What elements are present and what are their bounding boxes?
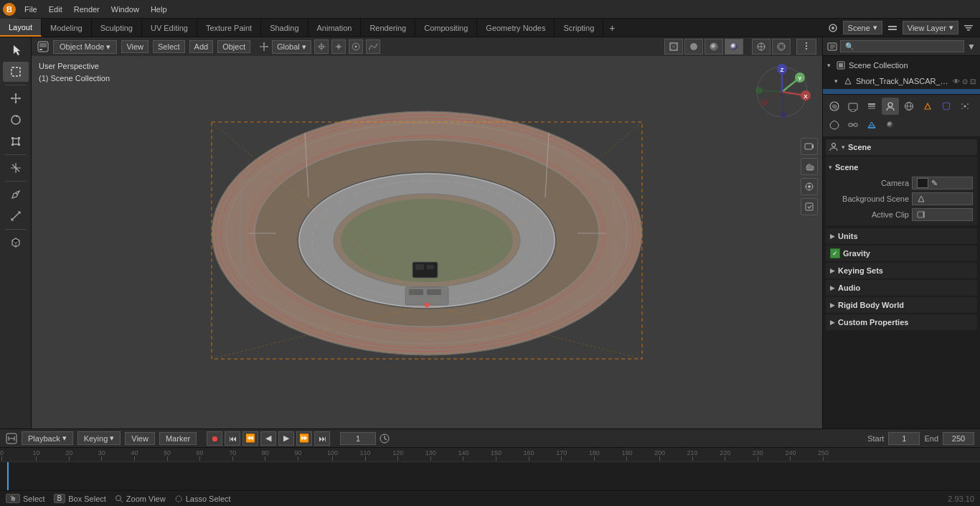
transform-tool[interactable] bbox=[3, 158, 29, 178]
select-tool[interactable] bbox=[3, 62, 29, 82]
editor-type-icon[interactable] bbox=[37, 41, 49, 52]
snap-icon[interactable] bbox=[331, 39, 346, 54]
menu-edit[interactable]: Edit bbox=[43, 0, 68, 18]
tab-shading[interactable]: Shading bbox=[261, 19, 308, 37]
annotate-tool[interactable] bbox=[3, 184, 29, 205]
view-layer-selector[interactable]: View Layer ▾ bbox=[903, 21, 958, 34]
active-clip-value-btn[interactable] bbox=[912, 208, 973, 221]
keying-sets-header[interactable]: ▶ Keying Sets bbox=[826, 263, 977, 278]
add-cube-tool[interactable] bbox=[3, 233, 29, 253]
shading-wireframe-btn[interactable] bbox=[664, 39, 683, 55]
viewport[interactable]: Object Mode ▾ View Select Add Object Glo… bbox=[32, 37, 822, 428]
prop-tab-object[interactable] bbox=[919, 98, 936, 115]
scale-tool[interactable] bbox=[3, 131, 29, 151]
tab-scripting[interactable]: Scripting bbox=[555, 19, 603, 37]
menu-file[interactable]: File bbox=[19, 0, 43, 18]
measure-tool[interactable] bbox=[3, 206, 29, 226]
end-frame-input[interactable]: 250 bbox=[943, 432, 974, 445]
outliner-nascar-item[interactable]: ▾ Short_Track_NASCAR_Bristol 👁 ⊙ ⊡ bbox=[823, 73, 980, 89]
outliner-search-input[interactable] bbox=[840, 40, 964, 52]
scene-selector[interactable]: Scene ▾ bbox=[843, 21, 882, 34]
playback-btn[interactable]: Playback ▾ bbox=[22, 431, 73, 445]
shading-rendered-btn[interactable] bbox=[725, 39, 743, 55]
custom-props-header[interactable]: ▶ Custom Properties bbox=[826, 314, 977, 330]
timeline-track[interactable] bbox=[0, 462, 980, 490]
prop-tab-material[interactable] bbox=[882, 116, 899, 133]
audio-header[interactable]: ▶ Audio bbox=[826, 280, 977, 296]
viewport-view-btn[interactable]: View bbox=[121, 40, 149, 53]
overlay-toggle-btn[interactable] bbox=[752, 39, 771, 55]
step-forward-btn[interactable]: ⏩ bbox=[296, 431, 312, 446]
camera-value-btn[interactable]: ✎ bbox=[912, 177, 973, 189]
units-section-header[interactable]: ▶ Units bbox=[826, 228, 977, 244]
prop-tab-view-layer[interactable] bbox=[863, 98, 880, 115]
prop-tab-modifiers[interactable] bbox=[938, 98, 955, 115]
tab-modeling[interactable]: Modeling bbox=[42, 19, 92, 37]
prop-tab-object-data[interactable] bbox=[863, 116, 880, 133]
hand-nav-btn[interactable] bbox=[801, 158, 818, 175]
keying-btn[interactable]: Keying ▾ bbox=[77, 431, 121, 445]
tab-uv-editing[interactable]: UV Editing bbox=[142, 19, 197, 37]
shading-material-btn[interactable] bbox=[705, 39, 723, 55]
tab-compositing[interactable]: Compositing bbox=[415, 19, 477, 37]
jump-end-btn[interactable]: ⏭ bbox=[314, 431, 330, 446]
tab-add-button[interactable]: + bbox=[603, 22, 621, 34]
grab-tool[interactable] bbox=[3, 88, 29, 108]
render-overlay-btn[interactable] bbox=[801, 198, 818, 215]
curve-icon[interactable] bbox=[366, 39, 380, 54]
filter-icon[interactable] bbox=[963, 22, 974, 34]
menu-help[interactable]: Help bbox=[145, 0, 173, 18]
tab-layout[interactable]: Layout bbox=[0, 19, 42, 37]
prop-tab-output[interactable] bbox=[844, 98, 862, 115]
step-back-btn[interactable]: ⏪ bbox=[242, 431, 258, 446]
nascar-mesh-view-action[interactable]: 👁 bbox=[961, 93, 968, 95]
rigid-body-header[interactable]: ▶ Rigid Body World bbox=[826, 297, 977, 313]
nascar-mesh-select-action[interactable]: ⊙ bbox=[970, 93, 976, 95]
current-frame-input[interactable]: 1 bbox=[340, 432, 376, 445]
outliner-nascar-mesh-item[interactable]: Short_Track_NASCAR_Br 👁 ⊙ bbox=[823, 89, 980, 94]
outliner-filter-btn[interactable]: ▼ bbox=[967, 42, 976, 52]
prop-tab-particles[interactable] bbox=[956, 98, 974, 115]
gravity-checkbox[interactable]: ✓ bbox=[830, 248, 840, 258]
camera-edit-icon[interactable]: ✎ bbox=[931, 179, 938, 188]
scene-subsection-header[interactable]: ▾ Scene bbox=[826, 159, 977, 175]
start-frame-input[interactable]: 1 bbox=[888, 432, 920, 445]
pivot-icon[interactable] bbox=[314, 39, 329, 54]
bg-scene-value-btn[interactable] bbox=[912, 192, 973, 205]
prop-tab-scene[interactable] bbox=[882, 98, 899, 115]
prop-tab-world[interactable] bbox=[900, 98, 918, 115]
cursor-tool[interactable] bbox=[3, 40, 29, 60]
proportional-icon[interactable] bbox=[349, 39, 363, 54]
record-btn[interactable]: ⏺ bbox=[207, 431, 222, 446]
shading-solid-btn[interactable] bbox=[684, 39, 703, 55]
timeline-editor-icon[interactable] bbox=[6, 433, 17, 444]
viewport-mode-btn[interactable]: Object Mode ▾ bbox=[53, 40, 117, 54]
play-btn[interactable]: ▶ bbox=[278, 431, 294, 446]
jump-start-btn[interactable]: ⏮ bbox=[225, 431, 240, 446]
camera-view-btn[interactable] bbox=[801, 178, 818, 195]
viewport-select-btn[interactable]: Select bbox=[153, 40, 185, 53]
marker-btn[interactable]: Marker bbox=[159, 432, 197, 445]
nascar-view-action[interactable]: 👁 bbox=[953, 78, 960, 85]
prop-tab-constraints[interactable] bbox=[844, 116, 862, 133]
rotate-tool[interactable] bbox=[3, 110, 29, 130]
tab-animation[interactable]: Animation bbox=[308, 19, 362, 37]
viewport-object-btn[interactable]: Object bbox=[217, 40, 250, 53]
view-btn[interactable]: View bbox=[125, 432, 155, 445]
menu-window[interactable]: Window bbox=[105, 0, 145, 18]
tab-texture-paint[interactable]: Texture Paint bbox=[197, 19, 261, 37]
prop-tab-render[interactable] bbox=[826, 98, 843, 115]
menu-render[interactable]: Render bbox=[68, 0, 105, 18]
xray-toggle-btn[interactable] bbox=[772, 39, 791, 55]
tab-geometry-nodes[interactable]: Geometry Nodes bbox=[477, 19, 555, 37]
nascar-render-action[interactable]: ⊡ bbox=[970, 78, 976, 85]
prop-tab-physics[interactable] bbox=[826, 116, 843, 133]
transform-orientation-btn[interactable]: Global ▾ bbox=[272, 40, 311, 54]
gravity-section-header[interactable]: ✓ Gravity bbox=[826, 245, 977, 261]
play-reverse-btn[interactable]: ◀ bbox=[260, 431, 276, 446]
outliner-scene-collection[interactable]: ▾ Scene Collection bbox=[823, 57, 980, 73]
nascar-select-action[interactable]: ⊙ bbox=[962, 78, 968, 85]
camera-nav-btn[interactable] bbox=[801, 138, 818, 155]
scene-section-header[interactable]: ▾ Scene bbox=[826, 139, 977, 155]
tab-sculpting[interactable]: Sculpting bbox=[92, 19, 142, 37]
